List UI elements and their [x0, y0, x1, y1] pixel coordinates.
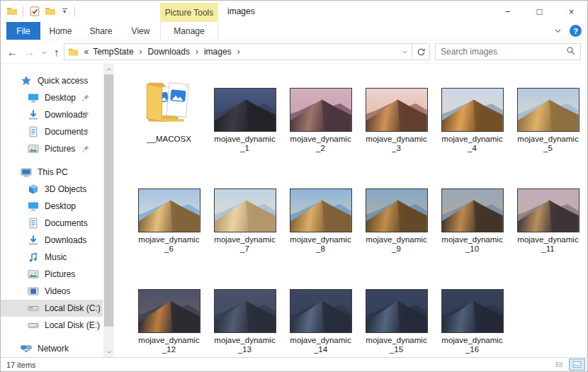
- image-tile-mojave-dynamic-14[interactable]: mojave_dynamic _14: [283, 275, 358, 354]
- image-thumbnail: [214, 188, 276, 232]
- maximize-button[interactable]: □: [524, 1, 555, 22]
- scrollbar-thumb[interactable]: [104, 74, 113, 327]
- image-tile-mojave-dynamic-7[interactable]: mojave_dynamic _7: [207, 174, 283, 254]
- contextual-tab-group-label: Picture Tools: [160, 3, 218, 22]
- image-tile-mojave-dynamic-16[interactable]: mojave_dynamic _16: [434, 275, 510, 354]
- address-row: ← → ↑ «TempState›Downloads›images›: [1, 40, 587, 64]
- file-name-label: mojave_dynamic _8: [290, 235, 351, 254]
- back-button[interactable]: ←: [7, 47, 18, 57]
- sidebar-item-pictures[interactable]: Pictures: [1, 266, 103, 283]
- image-thumbnail: [441, 88, 504, 132]
- tab-view[interactable]: View: [121, 22, 160, 40]
- star-icon: [21, 75, 32, 86]
- breadcrumb-downloads[interactable]: Downloads: [146, 44, 192, 60]
- tab-file[interactable]: File: [6, 22, 40, 40]
- documents-icon: [28, 218, 39, 229]
- breadcrumb-separator-icon[interactable]: ›: [192, 44, 202, 60]
- tab-share[interactable]: Share: [81, 22, 121, 40]
- sidebar-item-downloads[interactable]: Downloads: [1, 106, 103, 123]
- quick-access-toolbar: ▾: [6, 6, 77, 18]
- help-button[interactable]: ?: [570, 25, 582, 37]
- image-tile-mojave-dynamic-13[interactable]: mojave_dynamic _13: [207, 275, 283, 354]
- file-name-label: mojave_dynamic _5: [517, 135, 578, 153]
- sidebar-item-videos[interactable]: Videos: [1, 283, 103, 300]
- sidebar-item-music[interactable]: Music: [1, 249, 103, 266]
- sidebar-item-label: Pictures: [45, 269, 75, 279]
- image-tile-mojave-dynamic-4[interactable]: mojave_dynamic _4: [434, 74, 510, 153]
- tab-manage[interactable]: Manage: [160, 22, 218, 40]
- image-tile-mojave-dynamic-12[interactable]: mojave_dynamic _12: [131, 275, 207, 354]
- breadcrumb-tempstate[interactable]: TempState: [91, 44, 135, 60]
- sidebar-item-local-disk-c[interactable]: Local Disk (C:): [1, 300, 103, 317]
- address-bar[interactable]: «TempState›Downloads›images›: [64, 43, 431, 60]
- pin-icon: [81, 94, 90, 102]
- downloads-icon: [28, 235, 39, 246]
- breadcrumb: «TempState›Downloads›images›: [82, 44, 244, 60]
- open-folder-icon: [141, 72, 198, 132]
- refresh-icon[interactable]: [412, 44, 429, 60]
- scroll-up-icon[interactable]: [103, 64, 114, 74]
- close-button[interactable]: ×: [555, 1, 587, 22]
- file-list-pane: __MACOSXmojave_dynamic _1mojave_dynamic …: [114, 64, 587, 357]
- sidebar-item-pictures[interactable]: Pictures: [1, 140, 103, 157]
- minimize-button[interactable]: −: [492, 1, 524, 22]
- sidebar-item-desktop[interactable]: Desktop: [1, 198, 103, 215]
- file-name-label: mojave_dynamic _6: [138, 235, 199, 254]
- address-dropdown-chevron-icon[interactable]: [397, 44, 412, 60]
- breadcrumb-images[interactable]: images: [202, 44, 234, 60]
- customize-qat-button[interactable]: ▾: [60, 9, 69, 14]
- image-tile-mojave-dynamic-1[interactable]: mojave_dynamic _1: [207, 74, 283, 153]
- tab-home[interactable]: Home: [40, 22, 81, 40]
- sidebar-item-documents[interactable]: Documents: [1, 123, 103, 140]
- up-button[interactable]: ↑: [54, 47, 60, 57]
- search-input[interactable]: [441, 47, 566, 57]
- file-grid: __MACOSXmojave_dynamic _1mojave_dynamic …: [131, 74, 587, 354]
- breadcrumb-separator-icon[interactable]: ›: [234, 44, 244, 60]
- pin-icon: [81, 111, 90, 119]
- folder-tile-macosx[interactable]: __MACOSX: [131, 74, 207, 153]
- ribbon-tab-row: File Home Share View Manage ?: [1, 22, 587, 40]
- image-tile-mojave-dynamic-2[interactable]: mojave_dynamic _2: [283, 74, 358, 153]
- image-tile-mojave-dynamic-6[interactable]: mojave_dynamic _6: [131, 174, 207, 254]
- image-tile-mojave-dynamic-3[interactable]: mojave_dynamic _3: [358, 74, 434, 153]
- sidebar-item-quick-access[interactable]: Quick access: [1, 72, 103, 89]
- image-thumbnail: [290, 289, 352, 333]
- sidebar-item-network[interactable]: Network: [1, 340, 103, 357]
- search-icon[interactable]: [566, 45, 575, 58]
- sidebar-item-desktop[interactable]: Desktop: [1, 89, 103, 106]
- properties-button[interactable]: [28, 6, 40, 18]
- new-folder-button[interactable]: [44, 6, 56, 18]
- thumbnails-view-button[interactable]: [569, 359, 585, 371]
- sidebar-item-this-pc[interactable]: This PC: [1, 164, 103, 181]
- desktop-icon: [28, 201, 39, 212]
- image-tile-mojave-dynamic-10[interactable]: mojave_dynamic _10: [434, 174, 510, 254]
- image-tile-mojave-dynamic-11[interactable]: mojave_dynamic _11: [510, 174, 586, 254]
- sidebar-item-downloads[interactable]: Downloads: [1, 232, 103, 249]
- image-tile-mojave-dynamic-9[interactable]: mojave_dynamic _9: [358, 174, 434, 254]
- image-tile-mojave-dynamic-5[interactable]: mojave_dynamic _5: [510, 74, 586, 153]
- image-thumbnail: [138, 289, 200, 333]
- view-toggles: [551, 359, 585, 371]
- expand-ribbon-chevron-icon[interactable]: [554, 25, 562, 38]
- sidebar-item-local-disk-e[interactable]: Local Disk (E:): [1, 317, 103, 334]
- image-thumbnail: [441, 289, 504, 333]
- sidebar-item-label: Documents: [45, 218, 88, 228]
- scroll-down-icon[interactable]: [103, 346, 114, 357]
- desktop-icon: [28, 92, 39, 103]
- image-tile-mojave-dynamic-15[interactable]: mojave_dynamic _15: [358, 275, 434, 354]
- sidebar-scrollbar[interactable]: [103, 64, 114, 357]
- music-icon: [28, 252, 39, 263]
- breadcrumb-overflow-icon[interactable]: «: [82, 47, 91, 57]
- sidebar-item-3d-objects[interactable]: 3D Objects: [1, 181, 103, 198]
- sidebar-item-label: Downloads: [45, 110, 86, 120]
- forward-button[interactable]: →: [24, 47, 35, 57]
- items-count: 17 items: [6, 361, 36, 369]
- sidebar-item-documents[interactable]: Documents: [1, 215, 103, 232]
- image-tile-mojave-dynamic-8[interactable]: mojave_dynamic _8: [283, 174, 358, 254]
- file-name-label: mojave_dynamic _2: [290, 135, 351, 153]
- breadcrumb-separator-icon[interactable]: ›: [136, 44, 146, 60]
- image-thumbnail: [366, 88, 428, 132]
- recent-locations-chevron-icon[interactable]: [41, 47, 47, 57]
- pictures-icon: [28, 143, 39, 154]
- details-view-button[interactable]: [551, 359, 567, 371]
